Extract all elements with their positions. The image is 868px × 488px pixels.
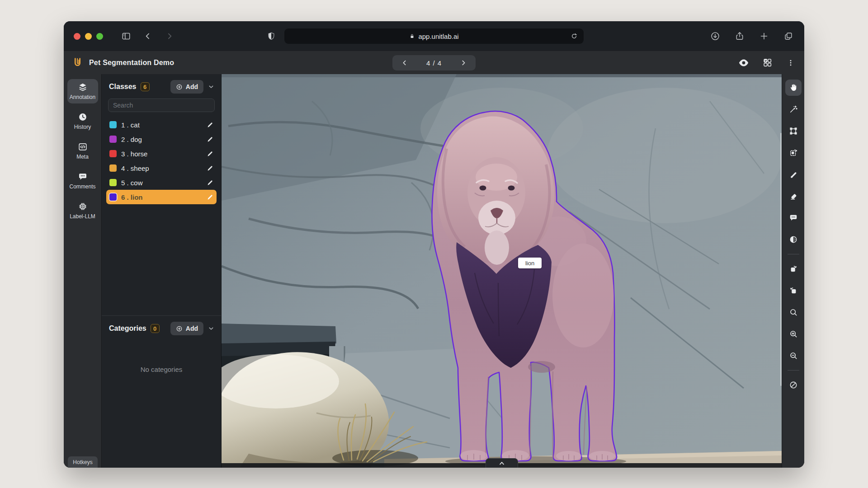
no-categories-text: No categories — [102, 366, 221, 373]
forward-icon[interactable] — [163, 29, 176, 43]
classes-panel: Classes 6 Add 1 . cat — [101, 74, 222, 468]
url-bar[interactable]: app.unitlab.ai — [284, 28, 584, 44]
tool-rotate-right-button[interactable] — [785, 261, 802, 277]
classes-count-badge: 6 — [141, 82, 150, 91]
add-class-button[interactable]: Add — [170, 80, 203, 94]
tool-rotate-left-button[interactable] — [785, 282, 802, 299]
rail-label: Meta — [76, 154, 89, 160]
tool-disable-button[interactable] — [785, 377, 802, 393]
image-pager: 4 / 4 — [392, 55, 476, 70]
code-icon — [78, 142, 88, 152]
tool-smart-segment-button[interactable] — [785, 145, 802, 161]
next-image-button[interactable] — [458, 58, 468, 68]
chip-icon — [78, 202, 88, 211]
edit-class-pencil-icon[interactable] — [207, 150, 213, 157]
class-row-lion-selected[interactable]: 6 . lion — [106, 190, 217, 204]
reload-icon[interactable] — [569, 31, 580, 42]
tool-pan-button[interactable] — [785, 80, 802, 96]
sidebar-item-annotation[interactable]: Annotation — [67, 79, 98, 103]
classes-collapse-chevron-icon[interactable] — [208, 83, 215, 90]
class-color-swatch — [109, 136, 117, 143]
tool-polygon-button[interactable] — [785, 123, 802, 139]
desktop: app.unitlab.ai — [0, 0, 868, 488]
sidebar-item-comments[interactable]: Comments — [67, 169, 98, 193]
url-text: app.unitlab.ai — [418, 33, 458, 40]
clock-icon — [78, 112, 88, 122]
sidebar-toggle-icon[interactable] — [119, 29, 133, 43]
class-color-swatch — [109, 164, 117, 172]
edit-class-pencil-icon[interactable] — [207, 179, 213, 186]
scene-image — [222, 74, 782, 468]
edit-class-pencil-icon[interactable] — [207, 165, 213, 172]
class-row-cat[interactable]: 1 . cat — [106, 117, 217, 132]
share-icon[interactable] — [733, 29, 746, 43]
class-row-cow[interactable]: 5 . cow — [106, 175, 217, 190]
class-row-dog[interactable]: 2 . dog — [106, 132, 217, 146]
sidebar-item-meta[interactable]: Meta — [67, 139, 98, 163]
rail-label: Annotation — [70, 94, 95, 100]
new-tab-icon[interactable] — [757, 29, 771, 43]
left-nav-rail: Annotation History Meta — [64, 74, 101, 468]
edit-class-pencil-icon[interactable] — [207, 122, 213, 128]
comment-icon — [78, 172, 88, 182]
tool-magic-wand-button[interactable] — [785, 101, 802, 117]
rail-label: Label-LLM — [70, 213, 95, 220]
canvas-scrollbar[interactable] — [780, 133, 782, 386]
class-row-horse[interactable]: 3 . horse — [106, 146, 217, 161]
maximize-window-button[interactable] — [96, 33, 103, 40]
categories-count-badge: 0 — [151, 324, 160, 333]
layers-icon — [78, 82, 88, 92]
annotation-label-chip: lion — [518, 258, 542, 268]
tools-toolbar — [782, 74, 804, 468]
tool-mask-opacity-button[interactable] — [785, 231, 802, 248]
edit-class-pencil-icon[interactable] — [207, 136, 213, 143]
class-color-swatch — [109, 179, 117, 186]
browser-chrome: app.unitlab.ai — [64, 21, 804, 51]
classes-title: Classes — [109, 83, 137, 91]
toolbar-divider — [788, 370, 799, 371]
traffic-lights — [74, 33, 103, 40]
class-search-input[interactable] — [108, 99, 215, 112]
chevron-up-icon — [498, 460, 505, 466]
add-category-button[interactable]: Add — [170, 322, 203, 335]
sidebar-item-label-llm[interactable]: Label-LLM — [67, 198, 98, 223]
tool-zoom-in-button[interactable] — [785, 326, 802, 342]
annotation-canvas[interactable]: lion — [222, 74, 782, 468]
close-window-button[interactable] — [74, 33, 80, 40]
lock-icon — [409, 33, 415, 39]
browser-window: app.unitlab.ai — [64, 21, 804, 468]
rail-label: Comments — [69, 183, 95, 190]
toolbar-divider — [788, 254, 799, 254]
class-color-swatch — [109, 193, 117, 201]
tool-brush-button[interactable] — [785, 166, 802, 183]
sidebar-item-history[interactable]: History — [67, 109, 98, 133]
hotkeys-button[interactable]: Hotkeys — [68, 456, 98, 468]
kebab-menu-icon[interactable] — [784, 56, 797, 69]
privacy-shield-icon[interactable] — [264, 29, 278, 43]
categories-collapse-chevron-icon[interactable] — [208, 325, 215, 332]
downloads-icon[interactable] — [708, 29, 722, 43]
categories-section: Categories 0 Add No categories — [102, 315, 221, 468]
class-color-swatch — [109, 121, 117, 128]
expand-filmstrip-button[interactable] — [486, 458, 518, 468]
class-list: 1 . cat 2 . dog 3 . horse — [102, 116, 221, 206]
back-icon[interactable] — [141, 29, 155, 43]
tool-comment-button[interactable] — [785, 210, 802, 226]
visibility-eye-icon[interactable] — [737, 56, 750, 69]
rail-label: History — [74, 124, 91, 130]
tool-zoom-search-button[interactable] — [785, 304, 802, 320]
project-title: Pet Segmentation Demo — [89, 59, 174, 67]
tab-overview-icon[interactable] — [782, 29, 795, 43]
layout-grid-icon[interactable] — [761, 56, 774, 69]
pager-count: 4 / 4 — [426, 59, 442, 67]
tool-zoom-out-button[interactable] — [785, 347, 802, 364]
categories-title: Categories — [109, 324, 146, 333]
class-row-sheep[interactable]: 4 . sheep — [106, 161, 217, 175]
edit-class-pencil-icon[interactable] — [207, 194, 213, 201]
minimize-window-button[interactable] — [85, 33, 92, 40]
class-color-swatch — [109, 150, 117, 157]
app-header: Pet Segmentation Demo 4 / 4 — [64, 51, 804, 74]
unitlab-logo[interactable] — [71, 56, 84, 69]
tool-eraser-button[interactable] — [785, 188, 802, 204]
prev-image-button[interactable] — [400, 58, 410, 68]
